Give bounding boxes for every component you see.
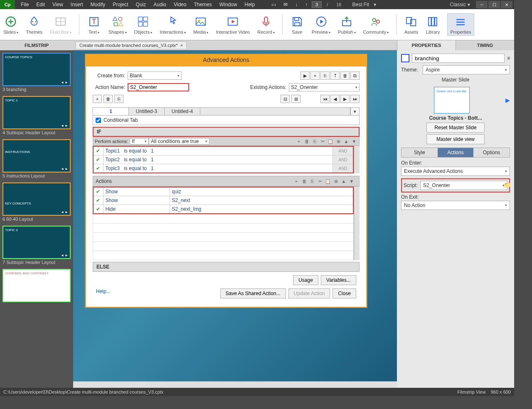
add-decision-icon[interactable]: + [93,95,102,103]
theme-dropdown[interactable]: Aspire [423,65,510,74]
actions-scrollbar[interactable] [354,187,360,260]
condition-match-dropdown[interactable]: All conditions are true [149,138,209,145]
delete-decision-icon[interactable]: 🗑 [103,95,113,103]
delete-row-icon[interactable]: 🗑 [303,138,310,145]
ribbon-objects[interactable]: Objects [134,15,153,34]
menu-project[interactable]: Project [109,1,131,8]
master-expand-icon[interactable]: ▶ [505,97,510,103]
add-action-row-icon[interactable]: + [293,178,300,185]
else-header[interactable]: ELSE [93,262,360,272]
ribbon-media[interactable]: Media [193,15,208,34]
workspace-dropdown[interactable]: Classic ▾ [446,1,473,8]
menu-file[interactable]: File [17,1,32,8]
help-link[interactable]: Help... [96,288,111,298]
collapse-icon[interactable]: ⊟ [281,95,290,103]
table-row[interactable]: ✔ShowS2_next [93,196,353,205]
cut-row-icon[interactable]: ✂ [319,138,326,145]
variables-button[interactable]: Variables... [321,275,356,285]
move-action-up-icon[interactable]: ▲ [340,178,347,185]
script-dropdown[interactable]: S2_Onenter [420,181,507,190]
tab-timing[interactable]: TIMING [456,40,514,50]
copy-action-row-icon[interactable]: ⎘ [309,178,315,185]
copy-action-icon[interactable]: ⧉ [350,71,360,80]
master-view-button[interactable]: Master slide view [426,134,485,144]
menu-help[interactable]: Help [241,1,258,8]
duplicate-action-icon[interactable]: ⎘ [320,71,330,80]
delete-action-row-icon[interactable]: 🗑 [301,178,308,185]
tab-properties[interactable]: PROPERTIES [397,40,456,50]
table-row[interactable]: ✔Showquiz [93,187,353,196]
ribbon-text[interactable]: TText [87,15,101,34]
update-action-button[interactable]: Update Action [288,288,330,298]
ribbon-publish[interactable]: Publish [338,15,355,34]
mail-icon[interactable]: ✉ [280,1,291,8]
perform-type-dropdown[interactable]: If [130,138,149,145]
minimize-button[interactable]: ─ [476,1,488,8]
decision-tab-2[interactable]: Untitled-3 [129,108,165,115]
insert-row-icon[interactable]: ⊕ [335,138,342,145]
menu-window[interactable]: Window [216,1,241,8]
close-button[interactable]: ✕ [501,1,512,8]
nav-prev-icon[interactable]: ◀ [330,95,340,103]
ribbon-themes[interactable]: Themes [26,15,42,34]
filmstrip-slide[interactable]: TOPIC 1◄ ► 4 Subtopic Header Layout [2,96,71,136]
tabs-dropdown-icon[interactable]: ▾ [350,107,360,116]
zoom-dropdown[interactable]: Best Fit ▾ [345,1,379,8]
up-arrow-icon[interactable]: ↑ [302,1,311,8]
close-tab-icon[interactable]: × [180,43,183,48]
preview-action-icon[interactable]: ▶ [300,71,310,80]
sub-tab-options[interactable]: Options [473,148,510,157]
add-row-icon[interactable]: + [296,138,302,145]
close-dialog-button[interactable]: Close [332,288,356,298]
maximize-button[interactable]: ☐ [488,1,500,8]
ribbon-shapes[interactable]: Shapes [108,15,127,34]
caption-icon[interactable]: ▭ [268,1,279,8]
ribbon-community[interactable]: Community [363,15,389,34]
cut-action-row-icon[interactable]: ✂ [317,178,323,185]
filmstrip-slide[interactable]: COURSE TOPICS◄ ► 3 branching [2,53,71,93]
usage-button[interactable]: Usage [293,275,318,285]
current-slide-input[interactable] [312,1,322,8]
table-row[interactable]: ✔HideS2_next_Img [93,205,353,214]
reset-master-button[interactable]: Reset Master Slide [426,123,485,133]
filmstrip-slide[interactable]: TOPIC 2◄ ► 7 Subtopic Header Layout [2,226,71,266]
table-row[interactable]: ✔Topic2 is equal to 1AND [93,155,353,164]
filmstrip-slide[interactable]: KEY CONCEPTS◄ ► 6 60-40 Layout [2,182,71,222]
conditional-checkbox[interactable] [96,118,101,123]
ribbon-record[interactable]: Record [257,15,275,34]
sub-tab-actions[interactable]: Actions [438,148,474,157]
filmstrip-slide[interactable]: INSTRUCTIONS◄ ► 5 Instructions Layout [2,139,71,179]
copy-row-icon[interactable]: ⎘ [311,138,318,145]
filmstrip-slide[interactable]: COMPARE AND CONTRAST [2,269,71,302]
delete-action-icon[interactable]: 🗑 [340,71,350,80]
ribbon-properties[interactable]: Properties [447,13,474,36]
move-up-icon[interactable]: ▲ [343,138,350,145]
create-from-dropdown[interactable]: Blank [128,71,182,80]
decision-tab-1[interactable]: 1 [93,108,129,115]
save-shared-button[interactable]: Save As Shared Action... [220,288,286,298]
ribbon-interactive-video[interactable]: Interactive Video [216,15,250,34]
import-action-icon[interactable]: ⤒ [330,71,340,80]
decision-tab-3[interactable]: Untitled-4 [165,108,200,115]
paste-action-row-icon[interactable]: 📋 [325,178,331,185]
duplicate-decision-icon[interactable]: ⎘ [114,95,123,103]
nav-first-icon[interactable]: ⏮ [320,95,330,103]
menu-modify[interactable]: Modify [87,1,108,8]
expand-icon[interactable]: ⊞ [291,95,300,103]
move-action-down-icon[interactable]: ▼ [348,178,355,185]
nav-next-icon[interactable]: ▶ [340,95,350,103]
menu-video[interactable]: Video [170,1,190,8]
menu-view[interactable]: View [49,1,66,8]
panel-menu-icon[interactable]: ≡ [507,55,510,61]
add-action-icon[interactable]: + [310,71,320,80]
on-enter-dropdown[interactable]: Execute Advanced Actions [401,167,510,176]
folder-icon[interactable]: 📁 [504,182,511,188]
menu-insert[interactable]: Insert [67,1,86,8]
ribbon-library[interactable]: Library [426,15,440,34]
filmstrip-list[interactable]: COURSE TOPICS◄ ► 3 branching TOPIC 1◄ ► … [0,50,73,388]
actions-empty-rows[interactable] [93,214,354,260]
master-slide-preview[interactable]: Double click to add title [434,87,470,113]
menu-audio[interactable]: Audio [150,1,170,8]
move-down-icon[interactable]: ▼ [351,138,357,145]
down-arrow-icon[interactable]: ↓ [292,1,301,8]
